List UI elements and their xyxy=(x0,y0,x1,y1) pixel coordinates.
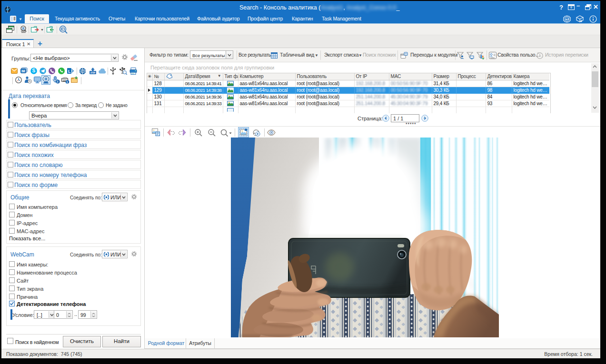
svg-text:L: L xyxy=(68,69,71,74)
svg-text:i: i xyxy=(57,79,58,84)
svg-text:API: API xyxy=(566,18,569,20)
svg-text:FTP: FTP xyxy=(90,71,95,74)
svg-text:IM: IM xyxy=(21,69,25,73)
svg-text:HTTP: HTTP xyxy=(80,70,86,72)
svg-text:S: S xyxy=(32,68,35,73)
svg-text:i: i xyxy=(67,80,68,84)
